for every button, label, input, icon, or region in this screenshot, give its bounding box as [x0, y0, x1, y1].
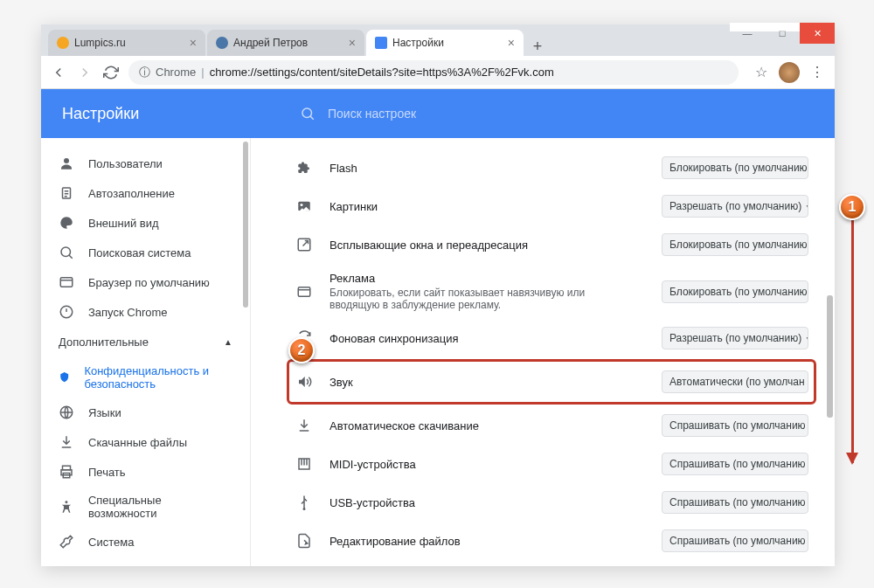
- permission-label: Редактирование файлов: [329, 535, 662, 548]
- permission-select[interactable]: Спрашивать (по умолчанию▼: [662, 529, 808, 552]
- permission-select[interactable]: Спрашивать (по умолчанию▼: [662, 453, 808, 475]
- wrench-icon: [59, 534, 74, 550]
- permission-select[interactable]: Блокировать (по умолчанию▼: [662, 233, 808, 256]
- window-close-button[interactable]: ✕: [800, 23, 835, 44]
- permission-select[interactable]: Спрашивать (по умолчанию▼: [662, 491, 808, 514]
- sidebar-label: Автозаполнение: [88, 187, 175, 200]
- svg-point-10: [65, 501, 67, 503]
- search-placeholder: Поиск настроек: [328, 107, 416, 121]
- permission-row-dl: Автоматическое скачиваниеСпрашивать (по …: [289, 406, 814, 445]
- url-path: chrome://settings/content/siteDetails?si…: [210, 66, 554, 79]
- callout-1: 1: [839, 194, 865, 220]
- back-button[interactable]: [50, 64, 67, 81]
- sidebar-label: Конфиденциальность и безопасность: [84, 364, 232, 391]
- accessibility-icon: [59, 499, 74, 515]
- permission-label: Автоматическое скачивание: [329, 419, 662, 432]
- sidebar-item-print[interactable]: Печать: [41, 457, 250, 487]
- svg-point-0: [302, 108, 312, 118]
- svg-rect-14: [298, 287, 310, 296]
- sidebar-scrollbar[interactable]: [243, 142, 248, 308]
- sidebar-item-privacy[interactable]: Конфиденциальность и безопасность: [41, 357, 250, 398]
- permission-row-usb: USB-устройстваСпрашивать (по умолчанию▼: [289, 483, 814, 522]
- midi-icon: [295, 456, 314, 472]
- permission-row-edit: Редактирование файловСпрашивать (по умол…: [289, 522, 814, 560]
- close-tab-icon[interactable]: ×: [190, 36, 197, 50]
- sidebar-advanced-toggle[interactable]: Дополнительные▲: [41, 327, 250, 357]
- page-title: Настройки: [41, 105, 260, 123]
- callout-2: 2: [288, 337, 315, 363]
- sidebar-section-label: Дополнительные: [59, 336, 149, 349]
- sidebar-item-search[interactable]: Поисковая система: [41, 238, 250, 267]
- main-scrollbar[interactable]: [827, 295, 833, 418]
- tab-settings[interactable]: Настройки ×: [366, 30, 524, 56]
- bookmark-star-icon[interactable]: ☆: [753, 64, 770, 81]
- window-maximize-button[interactable]: □: [765, 23, 800, 44]
- permission-label: MIDI-устройства: [329, 458, 662, 471]
- sidebar-item-default-browser[interactable]: Браузер по умолчанию: [41, 267, 250, 297]
- settings-main: FlashБлокировать (по умолчанию▼КартинкиР…: [251, 138, 835, 566]
- permission-row-ad: РекламаБлокировать, если сайт показывает…: [289, 264, 814, 319]
- settings-search[interactable]: Поиск настроек: [260, 106, 835, 121]
- svg-point-1: [64, 158, 69, 163]
- settings-icon: [375, 37, 387, 49]
- sidebar-label: Специальные возможности: [88, 494, 232, 520]
- svg-point-12: [301, 204, 303, 206]
- sidebar-label: Печать: [88, 466, 126, 479]
- sidebar-item-startup[interactable]: Запуск Chrome: [41, 297, 250, 327]
- sidebar-item-users[interactable]: Пользователи: [41, 149, 250, 178]
- url-separator: |: [201, 66, 204, 79]
- sidebar-item-autofill[interactable]: Автозаполнение: [41, 178, 250, 208]
- tab-vk[interactable]: Андрей Петров ×: [207, 30, 364, 56]
- window-minimize-button[interactable]: —: [730, 23, 765, 44]
- search-icon: [59, 245, 74, 260]
- permission-select[interactable]: Разрешать (по умолчанию)▼: [662, 327, 808, 349]
- sidebar-label: Языки: [88, 406, 121, 419]
- ad-icon: [295, 284, 314, 300]
- svg-point-3: [61, 247, 71, 257]
- sidebar-label: Пользователи: [88, 157, 163, 170]
- address-bar[interactable]: ⓘ Chrome | chrome://settings/content/sit…: [128, 60, 739, 85]
- sidebar-label: Поисковая система: [88, 246, 191, 259]
- sidebar-item-appearance[interactable]: Внешний вид: [41, 208, 250, 238]
- sidebar-label: Браузер по умолчанию: [88, 276, 210, 289]
- sidebar-item-system[interactable]: Система: [41, 527, 250, 557]
- power-icon: [59, 304, 74, 320]
- arrow-indicator: [851, 220, 854, 463]
- search-icon: [300, 106, 316, 121]
- permission-label: Звук: [329, 376, 662, 389]
- puzzle-icon: [295, 160, 314, 176]
- permission-row-popup: Всплывающие окна и переадресацияБлокиров…: [289, 225, 814, 264]
- sound-icon: [295, 374, 314, 390]
- permission-select[interactable]: Разрешать (по умолчанию)▼: [662, 195, 808, 218]
- sidebar-item-downloads[interactable]: Скачанные файлы: [41, 427, 250, 457]
- permission-select[interactable]: Спрашивать (по умолчанию▼: [662, 414, 808, 437]
- sidebar-item-a11y[interactable]: Специальные возможности: [41, 487, 250, 527]
- forward-button[interactable]: [76, 64, 94, 81]
- info-icon: ⓘ: [139, 65, 150, 80]
- menu-icon[interactable]: ⋮: [808, 64, 826, 81]
- permission-select[interactable]: Блокировать (по умолчанию▼: [662, 280, 808, 303]
- permission-row-sound: ЗвукАвтоматически (по умолчан▼: [287, 359, 816, 405]
- favicon-icon: [57, 37, 69, 49]
- tab-label: Настройки: [392, 37, 444, 49]
- close-tab-icon[interactable]: ×: [508, 36, 515, 50]
- image-icon: [295, 198, 314, 214]
- permission-label: Flash: [329, 162, 662, 175]
- permission-label: Фоновая синхронизация: [329, 332, 662, 345]
- profile-avatar[interactable]: [779, 62, 800, 83]
- chevron-down-icon: ▼: [805, 336, 808, 342]
- sidebar-item-languages[interactable]: Языки: [41, 398, 250, 427]
- content-area: Пользователи Автозаполнение Внешний вид …: [41, 138, 835, 566]
- svg-point-16: [303, 508, 305, 510]
- new-tab-button[interactable]: +: [525, 38, 550, 56]
- tab-lumpics[interactable]: Lumpics.ru ×: [48, 30, 205, 56]
- permission-select[interactable]: Блокировать (по умолчанию▼: [662, 156, 808, 179]
- permission-select[interactable]: Автоматически (по умолчан▼: [662, 370, 808, 393]
- url-origin: Chrome: [156, 66, 196, 79]
- permission-label: Всплывающие окна и переадресация: [329, 239, 662, 252]
- browser-window: — □ ✕ Lumpics.ru × Андрей Петров × Настр…: [41, 24, 835, 566]
- reload-button[interactable]: [102, 64, 120, 81]
- close-tab-icon[interactable]: ×: [349, 36, 356, 50]
- browser-toolbar: ⓘ Chrome | chrome://settings/content/sit…: [41, 56, 835, 89]
- permission-row-midi: MIDI-устройстваСпрашивать (по умолчанию▼: [289, 445, 814, 483]
